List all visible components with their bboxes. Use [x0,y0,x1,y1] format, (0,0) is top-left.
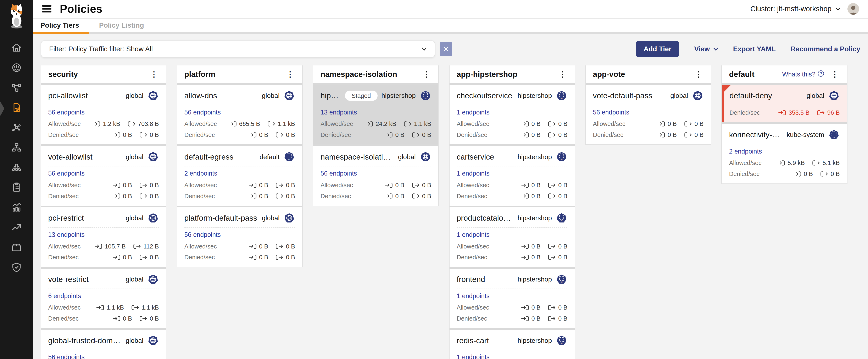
sidebar-item-flow-visualizations[interactable] [0,119,33,139]
arrow-in-icon [521,316,529,322]
endpoints-link[interactable]: 2 endpoints [729,148,762,155]
tier-menu-kebab-icon[interactable]: ⋮ [421,71,432,78]
top-header: Policies Cluster: jlt-msft-workshop [33,0,868,19]
arrow-in-icon [249,193,257,199]
allowed-stat-row: Allowed/sec0 B0 B [320,182,431,189]
endpoints-link[interactable]: 56 endpoints [320,170,357,177]
recommend-policy-button[interactable]: Recommend a Policy [790,45,860,53]
denied-stat-row: Denied/sec0 B0 B [320,131,431,138]
tier-menu-kebab-icon[interactable]: ⋮ [693,71,704,78]
outbound-bytes: 0 B [548,254,567,261]
sidebar-item-compliance[interactable] [0,178,33,198]
sidebar-item-home[interactable] [0,39,33,59]
outbound-bytes: 96 B [817,109,840,116]
policy-card-konnectivity-agent[interactable]: konnectivity-agentkube-systemns2 endpoin… [722,124,847,184]
policy-card-default-egress[interactable]: default-egressdefaultns2 endpointsAllowe… [177,146,302,206]
sidebar-item-service-graph[interactable] [0,79,33,99]
sidebar-item-image-assurance[interactable] [0,238,33,258]
sidebar-item-policies[interactable] [0,99,33,119]
endpoints-link[interactable]: 1 endpoints [457,292,490,300]
endpoints-link[interactable]: 1 endpoints [457,170,490,177]
tier-menu-kebab-icon[interactable]: ⋮ [285,71,296,78]
policy-name: checkoutservice [457,91,512,100]
arrow-out-icon [412,193,420,199]
stat-label: Allowed/sec [48,182,105,189]
endpoints-link[interactable]: 1 endpoints [457,353,490,359]
inbound-value: 0 B [531,243,540,250]
stat-label: Allowed/sec [593,120,650,127]
sidebar-item-network-topology[interactable] [0,139,33,159]
policy-card-hipstershop-gh[interactable]: hipstershop-gh…Stagedhipstershopns13 end… [313,85,438,145]
endpoints-link[interactable]: 13 endpoints [48,231,85,239]
allowed-stat-row: Allowed/sec0 B0 B [48,182,159,189]
sidebar-item-security-events[interactable] [0,258,33,278]
user-avatar[interactable] [847,3,859,15]
policy-card-platform-default-pass[interactable]: platform-default-passglobal56 endpointsA… [177,208,302,267]
endpoints-link[interactable]: 56 endpoints [593,109,629,116]
tier-header: namespace-isolation⋮ [313,65,438,83]
endpoints-link[interactable]: 56 endpoints [48,170,85,177]
policy-card-namespace-isolation-default-p[interactable]: namespace-isolation-default-p…global56 e… [313,146,438,206]
calico-cat-logo[interactable] [0,0,33,32]
policy-card-productcatalogservice[interactable]: productcatalogservicehipstershopns1 endp… [450,208,575,267]
policy-card-cartservice[interactable]: cartservicehipstershopns1 endpointsAllow… [450,146,575,206]
policy-card-checkoutservice[interactable]: checkoutservicehipstershopns1 endpointsA… [450,85,575,145]
arrow-out-icon [275,254,284,260]
content-area: Filter: Policy Traffic filter: Show All … [33,34,868,359]
tab-policy-tiers[interactable]: Policy Tiers [40,21,79,32]
tier-menu-kebab-icon[interactable]: ⋮ [148,71,159,78]
org-tree-icon [11,142,22,155]
policy-card-vote-default-pass[interactable]: vote-default-passglobal56 endpointsAllow… [586,85,711,145]
policy-card-frontend[interactable]: frontendhipstershopns1 endpointsAllowed/… [450,269,575,328]
stat-label: Denied/sec [320,193,378,200]
inbound-value: 105.7 B [105,243,126,250]
sidebar-item-statistics[interactable] [0,198,33,218]
policy-card-vote-allowlist[interactable]: vote-allowlistglobal56 endpointsAllowed/… [41,146,166,206]
endpoints-link[interactable]: 13 endpoints [320,109,357,116]
policy-card-redis-cart[interactable]: redis-carthipstershopns1 endpointsAllowe… [450,330,575,359]
sidebar-item-threat-feeds[interactable] [0,218,33,238]
inbound-bytes: 0 B [793,170,813,177]
cluster-selector[interactable]: Cluster: jlt-msft-workshop [750,5,840,13]
endpoints-link[interactable]: 56 endpoints [184,231,221,239]
scope-label: hipstershop [518,92,552,100]
menu-hamburger-icon[interactable] [41,4,53,14]
endpoints-link[interactable]: 6 endpoints [48,292,81,300]
policy-card-pci-restrict[interactable]: pci-restrictglobal13 endpointsAllowed/se… [41,208,166,267]
tier-menu-kebab-icon[interactable]: ⋮ [557,71,568,78]
arrow-in-icon [521,244,529,249]
policy-card-allow-dns[interactable]: allow-dnsglobal56 endpointsAllowed/sec66… [177,85,302,145]
policy-card-pci-allowlist[interactable]: pci-allowlistglobal56 endpointsAllowed/s… [41,85,166,145]
scope-label: global [126,337,143,344]
arrow-in-icon [521,121,529,127]
add-tier-button[interactable]: Add Tier [636,41,679,57]
policy-card-global-trusted-domains[interactable]: global-trusted-domainsglobal56 endpoints… [41,330,166,359]
alert-corner-flag [724,85,731,92]
inbound-bytes: 0 B [249,182,268,189]
sidebar-item-endpoints[interactable] [0,159,33,178]
outbound-bytes: 0 B [275,182,295,189]
arrow-out-icon [139,132,148,138]
arrow-out-icon [412,183,420,188]
sidebar-item-dashboard[interactable] [0,59,33,79]
inbound-value: 0 B [531,120,540,127]
inbound-bytes: 0 B [521,120,540,127]
arrow-out-icon [139,316,148,322]
svg-text:ns: ns [425,97,426,99]
export-yaml-button[interactable]: Export YAML [733,45,776,53]
policy-card-default-deny[interactable]: default-denyglobalDenied/sec353.5 B96 B [722,85,847,122]
tab-policy-listing[interactable]: Policy Listing [99,21,144,32]
endpoints-link[interactable]: 56 endpoints [48,109,85,116]
policy-filter-dropdown[interactable]: Filter: Policy Traffic filter: Show All [41,40,435,58]
endpoints-link[interactable]: 56 endpoints [184,109,221,116]
endpoints-link[interactable]: 2 endpoints [184,170,217,177]
arrow-in-icon [94,244,102,249]
endpoints-link[interactable]: 1 endpoints [457,109,490,116]
policy-card-vote-restrict[interactable]: vote-restrictglobal6 endpointsAllowed/se… [41,269,166,328]
clear-filter-button[interactable] [440,42,452,56]
endpoints-link[interactable]: 56 endpoints [48,353,85,359]
tier-menu-kebab-icon[interactable]: ⋮ [829,71,840,78]
whats-this-link[interactable]: Whats this?? [782,70,824,79]
endpoints-link[interactable]: 1 endpoints [457,231,490,239]
view-menu-button[interactable]: View [694,45,718,53]
